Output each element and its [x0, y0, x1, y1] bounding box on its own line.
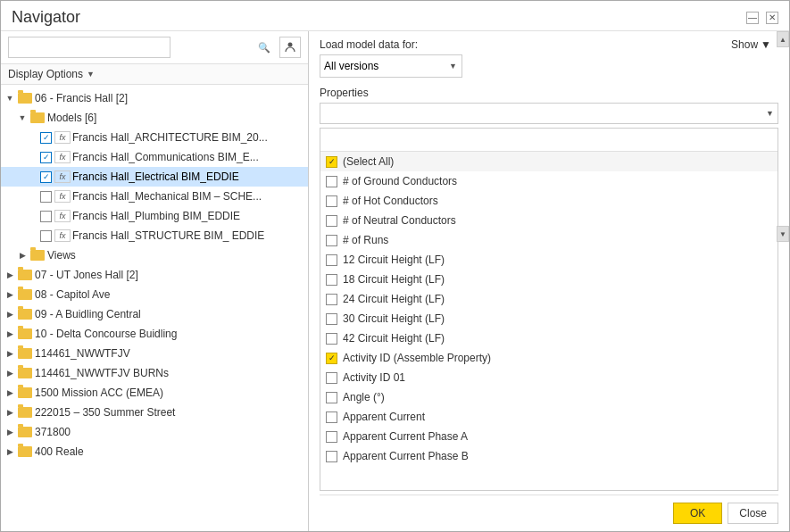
dropdown-item[interactable]: # of Hot Conductors — [320, 191, 778, 211]
dropdown-item[interactable]: # of Runs — [320, 230, 778, 250]
tree-item[interactable]: ▶10 - Delta Concourse Buidling — [1, 324, 308, 344]
property-search-input[interactable] — [320, 129, 778, 152]
dropdown-checkbox[interactable] — [326, 235, 337, 246]
tree-item[interactable]: ▶1500 Mission ACC (EMEA) — [1, 383, 308, 403]
dropdown-checkbox[interactable] — [326, 156, 337, 168]
tree-item[interactable]: ▶Views — [1, 245, 308, 265]
dropdown-checkbox[interactable] — [326, 215, 337, 227]
display-options-bar[interactable]: Display Options ▼ — [1, 64, 308, 85]
dropdown-item-label: Apparent Current Phase A — [343, 430, 468, 443]
navigator-window: Navigator — ✕ 🔍 — [0, 0, 790, 532]
dropdown-item-label: (Select All) — [343, 155, 394, 168]
dropdown-checkbox[interactable] — [326, 333, 337, 345]
tree-item[interactable]: fxFrancis Hall_Mechanical BIM – SCHE... — [1, 187, 308, 206]
expand-arrow-icon — [29, 191, 40, 202]
dropdown-checkbox[interactable] — [326, 176, 337, 187]
properties-dropdown-bar[interactable]: ▼ — [320, 103, 778, 124]
dropdown-panel: (Select All)# of Ground Conductors# of H… — [320, 128, 778, 491]
dropdown-checkbox[interactable] — [326, 195, 337, 207]
dropdown-checkbox[interactable] — [326, 411, 337, 423]
dropdown-item[interactable]: Apparent Current Phase A — [320, 427, 778, 446]
action-icon-button[interactable] — [279, 37, 301, 58]
fx-icon: fx — [54, 210, 71, 222]
dropdown-item[interactable]: Angle (°) — [320, 387, 778, 407]
tree-item-label: 1500 Mission ACC (EMEA) — [35, 387, 163, 399]
search-icon-button[interactable]: 🔍 — [258, 42, 270, 54]
scroll-up-button[interactable]: ▲ — [777, 31, 789, 47]
tree-item[interactable]: fxFrancis Hall_ARCHITECTURE BIM_20... — [1, 128, 308, 147]
dropdown-item[interactable]: Apparent Current Phase B — [320, 446, 778, 466]
tree-item-label: 222015 – 350 Summer Street — [35, 406, 175, 419]
close-button[interactable]: ✕ — [766, 12, 778, 24]
fx-icon: fx — [54, 151, 71, 163]
folder-icon — [30, 112, 45, 123]
dropdown-item-label: # of Neutral Conductors — [343, 214, 456, 227]
tree-item[interactable]: fxFrancis Hall_STRUCTURE BIM_ EDDIE — [1, 226, 308, 245]
dropdown-item-label: 30 Circuit Height (LF) — [343, 312, 445, 325]
dropdown-item[interactable]: # of Ground Conductors — [320, 171, 778, 191]
dropdown-item[interactable]: 12 Circuit Height (LF) — [320, 250, 778, 270]
tree-item[interactable]: ▼Models [6] — [1, 108, 308, 128]
minimize-button[interactable]: — — [746, 12, 759, 24]
search-input[interactable] — [8, 37, 170, 58]
dropdown-item[interactable]: # of Neutral Conductors — [320, 211, 778, 230]
tree-item[interactable]: ▶08 - Capitol Ave — [1, 285, 308, 304]
version-select[interactable]: All versions — [320, 54, 462, 78]
file-checkbox[interactable] — [40, 152, 52, 163]
dropdown-checkbox[interactable] — [326, 353, 337, 364]
tree-item[interactable]: fxFrancis Hall_Communications BIM_E... — [1, 147, 308, 167]
window-title: Navigator — [12, 8, 80, 27]
dropdown-checkbox[interactable] — [326, 313, 337, 325]
dropdown-item[interactable]: 18 Circuit Height (LF) — [320, 270, 778, 289]
tree-item[interactable]: fxFrancis Hall_Plumbing BIM_EDDIE — [1, 206, 308, 226]
tree-item[interactable]: fxFrancis Hall_Electrical BIM_EDDIE — [1, 167, 308, 187]
file-checkbox[interactable] — [40, 191, 52, 203]
fx-icon: fx — [54, 229, 71, 242]
scroll-down-button[interactable]: ▼ — [777, 226, 789, 242]
ok-cancel-bar: OK Close — [320, 495, 778, 524]
file-checkbox[interactable] — [40, 230, 52, 242]
tree-item[interactable]: ▶222015 – 350 Summer Street — [1, 403, 308, 422]
show-button[interactable]: Show ▼ — [731, 38, 771, 51]
tree-container: ▼06 - Francis Hall [2]▼Models [6]fxFranc… — [1, 85, 308, 465]
tree-item[interactable]: ▶114461_NWWTFJV — [1, 344, 308, 363]
dropdown-item[interactable]: Apparent Current — [320, 407, 778, 427]
folder-icon — [18, 446, 32, 457]
tree-item-label: 114461_NWWTFJV BURNs — [35, 367, 169, 379]
file-checkbox[interactable] — [40, 211, 52, 222]
expand-arrow-icon: ▶ — [4, 328, 15, 339]
file-checkbox[interactable] — [40, 171, 52, 183]
dropdown-item[interactable]: 30 Circuit Height (LF) — [320, 309, 778, 328]
dropdown-item[interactable]: Activity ID 01 — [320, 368, 778, 387]
tree-item[interactable]: ▶371800 — [1, 422, 308, 442]
expand-arrow-icon: ▼ — [17, 112, 28, 123]
dropdown-list[interactable]: (Select All)# of Ground Conductors# of H… — [320, 152, 778, 490]
dropdown-checkbox[interactable] — [326, 392, 337, 403]
dropdown-checkbox[interactable] — [326, 254, 337, 266]
tree-item-label: Francis Hall_ARCHITECTURE BIM_20... — [72, 131, 268, 144]
tree-item[interactable]: ▶114461_NWWTFJV BURNs — [1, 363, 308, 383]
ok-button[interactable]: OK — [673, 503, 722, 524]
folder-icon — [18, 368, 32, 378]
tree-item[interactable]: ▼06 - Francis Hall [2] — [1, 88, 308, 108]
file-checkbox[interactable] — [40, 132, 52, 144]
dropdown-checkbox[interactable] — [326, 274, 337, 286]
dropdown-item[interactable]: 24 Circuit Height (LF) — [320, 289, 778, 309]
select-wrap: All versions ▼ — [320, 54, 462, 78]
tree-item[interactable]: ▶09 - A Buidling Central — [1, 304, 308, 324]
tree-area[interactable]: ▼06 - Francis Hall [2]▼Models [6]fxFranc… — [1, 85, 308, 531]
dropdown-checkbox[interactable] — [326, 294, 337, 305]
dropdown-checkbox[interactable] — [326, 431, 337, 443]
dropdown-item[interactable]: Activity ID (Assemble Property) — [320, 348, 778, 368]
tree-item[interactable]: ▶400 Reale — [1, 442, 308, 461]
expand-arrow-icon: ▶ — [4, 348, 15, 359]
tree-item-label: 06 - Francis Hall [2] — [35, 92, 128, 104]
dropdown-checkbox[interactable] — [326, 372, 337, 384]
dropdown-checkbox[interactable] — [326, 451, 337, 462]
dropdown-item[interactable]: 42 Circuit Height (LF) — [320, 328, 778, 348]
cancel-button[interactable]: Close — [728, 503, 778, 524]
tree-item[interactable]: ▶07 - UT Jones Hall [2] — [1, 265, 308, 285]
folder-icon — [18, 328, 32, 339]
expand-arrow-icon: ▼ — [4, 93, 15, 104]
dropdown-item[interactable]: (Select All) — [320, 152, 778, 171]
